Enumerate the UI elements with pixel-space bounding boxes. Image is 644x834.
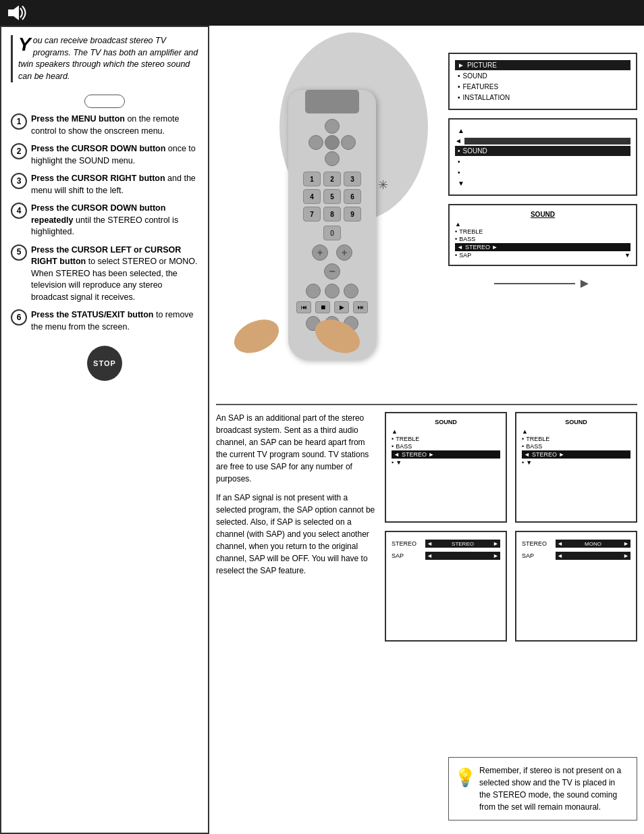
bullet-icon: • (455, 252, 457, 259)
right-top-section: 1 2 3 4 5 6 7 8 9 0 + (216, 32, 637, 397)
stop-badge: STOP (87, 346, 122, 381)
tv-screen-menu2: ▲ ◄ • SOUND • • (448, 118, 637, 196)
down-arrow-icon: ▼ (624, 252, 630, 259)
step-1-bold: Press the MENU button (31, 114, 125, 124)
menu-item-features2: • (455, 157, 630, 167)
menu-label-picture: PICTURE (467, 61, 497, 69)
step-2-num: 2 (11, 143, 27, 159)
sound-screen-title: SOUND (455, 211, 630, 218)
arrow-connector: ► (448, 276, 637, 291)
nav-right-btn[interactable] (341, 135, 356, 150)
right-arrow-d: ► (623, 540, 629, 547)
menu-item-picture: ► PICTURE (455, 60, 630, 70)
panel-b-title: SOUND (522, 419, 630, 425)
up-arrow-icon: ▲ (455, 221, 461, 228)
bullet-icon: ▼ (458, 180, 464, 187)
step-6-num: 6 (11, 309, 27, 325)
left-arrow-d: ◄ (557, 540, 563, 547)
nav-left-btn[interactable] (308, 135, 323, 150)
speaker-icon (7, 4, 31, 22)
step-6-text: Press the STATUS/EXIT button to remove t… (31, 309, 198, 333)
bullet-icon: • (458, 169, 460, 176)
bottom-screen-d: STEREO ◄ MONO ► SAP ◄ ► (515, 531, 637, 642)
right-arrow-sap-c: ► (493, 552, 499, 559)
tv-screen-sound: SOUND ▲ •TREBLE •BASS ◄ STEREO ► (448, 204, 637, 266)
step-5: 5 Press the CURSOR LEFT or CURSOR RIGHT … (11, 244, 198, 304)
stereo-b: STEREO ► (532, 451, 628, 458)
remote-pill-shape (84, 95, 125, 108)
step-4-text: Press the CURSOR DOWN button repeatedly … (31, 203, 198, 238)
arrow-left-a: ◄ (394, 451, 400, 458)
bullet-b3: • (522, 459, 524, 466)
bullet-icon: • (458, 83, 460, 90)
bottom-screen-a: SOUND ▲ •TREBLE •BASS ◄ STEREO ► (385, 412, 507, 523)
menu-label-sound: SOUND (463, 72, 487, 80)
num-8-btn[interactable]: 8 (323, 207, 341, 221)
main-content: Y ou can receive broadcast stereo TV pro… (0, 26, 644, 834)
sap-para1: An SAP is an additional part of the ster… (216, 412, 378, 485)
bullet-icon: • (458, 158, 460, 165)
num-5-btn[interactable]: 5 (323, 189, 341, 204)
info-box: 💡 Remember, if stereo is not present on … (448, 757, 637, 820)
bullet-icon: • (455, 236, 457, 242)
nav-up-btn[interactable] (325, 119, 340, 134)
step-3: 3 Press the CURSOR RIGHT button and the … (11, 173, 198, 197)
stereo-value: STEREO ► (465, 244, 628, 251)
tv-screen-menu1: ► PICTURE • SOUND • FEATURES • INSTALLAT… (448, 53, 637, 110)
vol-down-btn[interactable]: − (324, 263, 340, 280)
stereo-bar-c: ◄ STEREO ► (425, 540, 500, 548)
num-4-btn[interactable]: 4 (303, 189, 321, 204)
stereo-label-d: STEREO (522, 540, 556, 547)
num-2-btn[interactable]: 2 (323, 172, 341, 186)
vol-up-btn[interactable]: + (312, 244, 328, 261)
step-3-num: 3 (11, 173, 27, 189)
nav-down-btn[interactable] (325, 151, 340, 166)
bullet-b2: • (522, 443, 524, 450)
down-arrow-b: ▼ (526, 459, 532, 466)
menu-item-picture2: ▲ (455, 126, 630, 136)
left-arrow-sap-d: ◄ (557, 552, 563, 559)
step-5-text: Press the CURSOR LEFT or CURSOR RIGHT bu… (31, 244, 198, 304)
num-3-btn[interactable]: 3 (344, 172, 361, 186)
arrow-left-icon: ◄ (457, 244, 463, 251)
bullet-b1: • (522, 436, 524, 442)
stereo-row-d: STEREO ◄ MONO ► (522, 540, 630, 548)
down-arrow-a: ▼ (396, 459, 402, 466)
right-panel: 1 2 3 4 5 6 7 8 9 0 + (209, 26, 644, 834)
svg-marker-0 (8, 5, 19, 20)
bottom-screen-b: SOUND ▲ •TREBLE •BASS ◄ STEREO ► (515, 412, 637, 523)
remote-screen (305, 90, 359, 113)
header-bar (0, 0, 644, 26)
screens-area: ► PICTURE • SOUND • FEATURES • INSTALLAT… (448, 32, 637, 397)
menu-item-sound2: • SOUND (455, 146, 630, 156)
ch-up-btn[interactable]: + (336, 244, 352, 261)
bottom-section: An SAP is an additional part of the ster… (216, 412, 637, 642)
plus-minus-row: + + (288, 244, 376, 261)
bottom-screen-c: STEREO ◄ STEREO ► SAP ◄ ► (385, 531, 507, 642)
sap-para2: If an SAP signal is not present with a s… (216, 492, 378, 577)
step-4-num: 4 (11, 203, 27, 219)
num-6-btn[interactable]: 6 (344, 189, 361, 204)
nav-center-btn[interactable] (325, 135, 340, 150)
bullet-a2: • (392, 443, 394, 450)
sap-bar-d: ◄ ► (556, 552, 630, 560)
intro-body: ou can receive broadcast stereo TV progr… (18, 36, 198, 81)
sap-bar-c: ◄ ► (425, 552, 500, 560)
num-7-btn[interactable]: 7 (303, 207, 321, 221)
step-6: 6 Press the STATUS/EXIT button to remove… (11, 309, 198, 333)
num-9-btn[interactable]: 9 (344, 207, 361, 221)
num-1-btn[interactable]: 1 (303, 172, 321, 186)
sap-label-d: SAP (522, 552, 556, 559)
stereo-label-c: STEREO (392, 540, 425, 547)
step-1-text: Press the MENU button on the remote cont… (31, 113, 198, 137)
step-4: 4 Press the CURSOR DOWN button repeatedl… (11, 203, 198, 238)
step-2-text: Press the CURSOR DOWN button once to hig… (31, 143, 198, 167)
bullet-icon: • (458, 72, 460, 80)
stereo-bar-d: ◄ MONO ► (556, 540, 630, 548)
menu-label-installation: INSTALLATION (463, 94, 510, 101)
num-0-btn[interactable]: 0 (323, 226, 341, 240)
step-3-bold: Press the CURSOR RIGHT button (31, 174, 165, 183)
menu-item-installation: • INSTALLATION (455, 93, 630, 103)
menu-item-features: • FEATURES (455, 82, 630, 92)
step-2: 2 Press the CURSOR DOWN button once to h… (11, 143, 198, 167)
